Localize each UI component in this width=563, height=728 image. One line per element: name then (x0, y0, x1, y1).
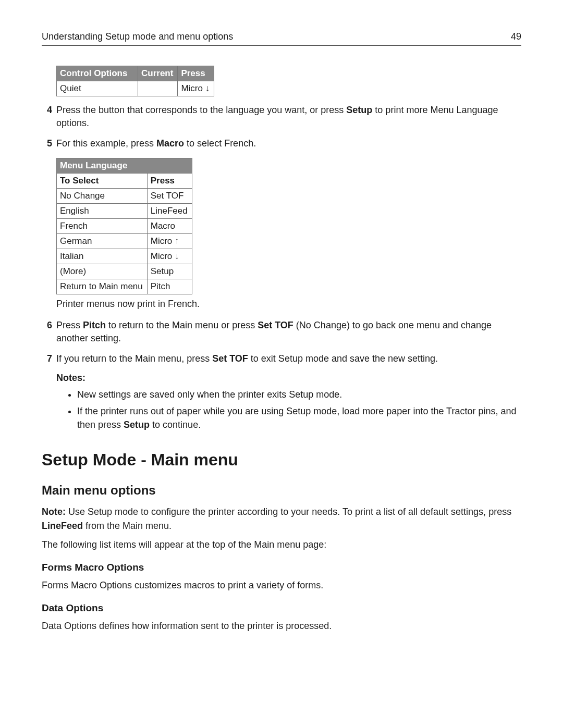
t1-h1: Control Options (57, 66, 138, 81)
micro-label: Micro (181, 83, 205, 93)
step-6-d: Set TOF (258, 320, 293, 330)
t2-r4-b: Micro ↓ (147, 249, 192, 264)
steps-list-bottom: 6 Press Pitch to return to the Main menu… (42, 319, 521, 366)
t2-r5-a: (More) (57, 264, 148, 279)
note-bold: Note: (42, 507, 66, 517)
t2-sub1: To Select (57, 173, 148, 188)
step-4-num: 4 (42, 104, 52, 117)
step-4-text-a: Press the button that corresponds to the… (56, 105, 346, 115)
t2-r2-a: French (57, 218, 148, 233)
arrow-down-icon: ↓ (205, 83, 210, 93)
t2-r2-b: Macro (147, 218, 192, 233)
step-6-num: 6 (42, 319, 52, 332)
notes-list: New settings are saved only when the pri… (68, 388, 521, 431)
h2-main-menu-options: Main menu options (42, 483, 521, 498)
t2-r3-a: German (57, 233, 148, 249)
step-4-bold: Setup (346, 105, 372, 115)
step-7-b: Set TOF (212, 353, 248, 364)
t2-h1: Menu Language (57, 158, 192, 173)
step-6-b: Pitch (83, 320, 106, 330)
step-7-a: If you return to the Main menu, press (56, 353, 212, 364)
t2-r4-a: Italian (57, 249, 148, 264)
note-2-c: to continue. (150, 419, 201, 430)
t2-r0-b: Set TOF (147, 188, 192, 203)
note-paragraph: Note: Use Setup mode to configure the pr… (42, 505, 521, 532)
t2-r1-a: English (57, 203, 148, 218)
note-text-b: Use Setup mode to configure the printer … (66, 507, 511, 517)
step-5-num: 5 (42, 137, 52, 150)
t2-r5-b: Setup (147, 264, 192, 279)
h3-data-options: Data Options (42, 602, 521, 614)
note-2-b: Setup (124, 419, 150, 430)
forms-macro-paragraph: Forms Macro Options customizes macros to… (42, 578, 521, 592)
t1-r1c1: Quiet (57, 81, 138, 96)
page-number: 49 (511, 31, 521, 42)
page-header: Understanding Setup mode and menu option… (42, 31, 521, 46)
header-title: Understanding Setup mode and menu option… (42, 31, 233, 42)
step-5-text-c: to select French. (184, 138, 256, 149)
t2-r1-b: LineFeed (147, 203, 192, 218)
note-1: New settings are saved only when the pri… (77, 388, 521, 401)
h3-forms-macro: Forms Macro Options (42, 562, 521, 573)
step-7-num: 7 (42, 352, 52, 365)
steps-list-top: 4 Press the button that corresponds to t… (42, 104, 521, 151)
table2-caption: Printer menus now print in French. (56, 299, 521, 310)
linefeed-bold: LineFeed (42, 521, 83, 531)
step-6-c: to return to the Main menu or press (106, 320, 258, 330)
t2-r0-a: No Change (57, 188, 148, 203)
t1-r1c3: Micro ↓ (178, 81, 214, 96)
h1-setup-mode: Setup Mode - Main menu (42, 450, 521, 470)
micro-label: Micro (151, 251, 175, 261)
note-text-d: from the Main menu. (83, 521, 172, 531)
data-options-paragraph: Data Options defines how information sen… (42, 619, 521, 633)
notes-label: Notes: (56, 373, 521, 384)
step-5-bold: Macro (156, 138, 184, 149)
t1-r1c2 (138, 81, 178, 96)
control-options-table: Control Options Current Press Quiet Micr… (56, 66, 214, 96)
step-6-a: Press (56, 320, 83, 330)
arrow-down-icon: ↓ (175, 251, 179, 261)
step-7-c: to exit Setup mode and save the new sett… (248, 353, 438, 364)
step-5: 5 For this example, press Macro to selec… (42, 137, 521, 150)
t1-h3: Press (178, 66, 214, 81)
t2-r6-a: Return to Main menu (57, 279, 148, 294)
step-7: 7 If you return to the Main menu, press … (42, 352, 521, 365)
arrow-up-icon: ↑ (175, 236, 179, 246)
note-2: If the printer runs out of paper while y… (77, 404, 521, 431)
menu-language-table: Menu Language To Select Press No ChangeS… (56, 158, 192, 294)
intro-list-paragraph: The following list items will appear at … (42, 538, 521, 551)
step-4: 4 Press the button that corresponds to t… (42, 104, 521, 130)
page: Understanding Setup mode and menu option… (0, 0, 563, 680)
t1-h2: Current (138, 66, 178, 81)
step-6: 6 Press Pitch to return to the Main menu… (42, 319, 521, 345)
step-5-text-a: For this example, press (56, 138, 156, 149)
t2-r6-b: Pitch (147, 279, 192, 294)
micro-label: Micro (151, 236, 175, 246)
t2-r3-b: Micro ↑ (147, 233, 192, 249)
t2-sub2: Press (147, 173, 192, 188)
